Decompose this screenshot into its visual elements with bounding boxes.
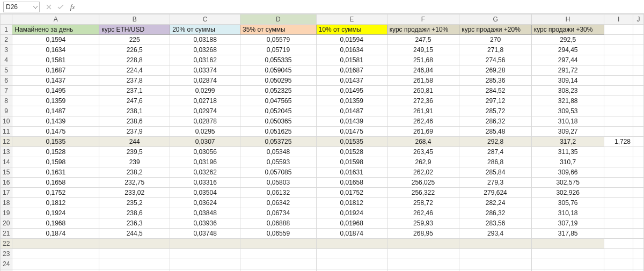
cell[interactable]: 0,01581 [316,55,387,65]
cell[interactable]: 232,75 [99,178,170,188]
cell[interactable]: 0,1439 [12,116,99,127]
cell[interactable]: 0,06559 [240,229,317,239]
row-header[interactable]: 14 [1,157,12,167]
cell[interactable]: 0,01812 [316,198,387,208]
cell[interactable]: 261,91 [387,106,459,116]
table-header-cell[interactable]: Намайнено за день [12,25,99,35]
cell[interactable] [633,65,644,76]
cell[interactable] [604,96,633,106]
table-header-cell[interactable]: курс продажи +10% [387,25,459,35]
cell[interactable]: 283,56 [459,218,532,229]
cell[interactable]: 0,1752 [12,188,99,198]
cell[interactable] [316,259,387,269]
cell[interactable]: 0,03316 [170,178,240,188]
cell[interactable]: 0,01968 [316,218,387,229]
cell[interactable] [604,178,633,188]
cell[interactable] [633,106,644,116]
cell[interactable]: 0,01924 [316,208,387,218]
cell[interactable]: 0,05719 [240,45,317,55]
cell[interactable]: 0,01535 [316,137,387,147]
cell[interactable]: 0,1631 [12,167,99,178]
cell[interactable]: 0,05593 [240,157,317,167]
cell[interactable]: 0,03504 [170,188,240,198]
cell[interactable] [12,269,99,272]
cell[interactable]: 0,01487 [316,106,387,116]
cell[interactable] [633,208,644,218]
cell[interactable]: 0,1359 [12,96,99,106]
row-header[interactable]: 21 [1,229,12,239]
cell[interactable]: 0,1924 [12,208,99,218]
cell[interactable]: 274,56 [459,55,532,65]
cell[interactable]: 310,18 [531,208,604,218]
cell[interactable] [604,25,633,35]
row-header[interactable]: 1 [1,25,12,35]
cell[interactable]: 0,057085 [240,167,317,178]
cell[interactable]: 0,01528 [316,147,387,157]
cell[interactable]: 311,35 [531,147,604,157]
cell[interactable]: 0,03268 [170,45,240,55]
cell[interactable]: 0,05803 [240,178,317,188]
cell[interactable] [633,188,644,198]
cell[interactable] [387,249,459,259]
cell[interactable]: 268,4 [387,137,459,147]
name-box[interactable]: D26 [3,2,40,12]
cell[interactable]: 0,02974 [170,106,240,116]
cell[interactable] [604,76,633,86]
cell[interactable]: 225 [99,35,170,45]
row-header[interactable]: 16 [1,178,12,188]
cell[interactable]: 262,02 [387,167,459,178]
cell[interactable] [633,269,644,272]
cell[interactable]: 0,0295 [170,127,240,137]
cell[interactable] [240,259,317,269]
cell[interactable]: 310,7 [531,157,604,167]
cell[interactable]: 0,0299 [170,86,240,96]
cell[interactable]: 0,1581 [12,55,99,65]
cell[interactable]: 282,24 [459,198,532,208]
cancel-icon[interactable] [45,3,53,11]
cell[interactable] [604,249,633,259]
column-header-G[interactable]: G [459,14,532,25]
cell[interactable] [633,198,644,208]
cell[interactable]: 0,06734 [240,208,317,218]
chevron-down-icon[interactable] [33,3,38,11]
cell[interactable] [604,147,633,157]
cell[interactable]: 302,926 [531,188,604,198]
cell[interactable] [531,239,604,249]
cell[interactable] [604,116,633,127]
column-header-D[interactable]: D [240,14,317,25]
cell[interactable] [633,116,644,127]
cell[interactable] [633,157,644,167]
column-header-H[interactable]: H [531,14,604,25]
cell[interactable]: 0,059045 [240,65,317,76]
table-header-cell[interactable]: курс продажи +20% [459,25,532,35]
cell[interactable]: 0,1874 [12,229,99,239]
column-header-E[interactable]: E [316,14,387,25]
row-header[interactable]: 20 [1,218,12,229]
cell[interactable]: 321,88 [531,96,604,106]
cell[interactable] [12,249,99,259]
cell[interactable]: 0,1687 [12,65,99,76]
cell[interactable]: 0,03848 [170,208,240,218]
cell[interactable]: 247,5 [387,35,459,45]
cell[interactable] [633,96,644,106]
cell[interactable]: 244 [99,137,170,147]
cell[interactable]: 0,03262 [170,167,240,178]
cell[interactable]: 0,06888 [240,218,317,229]
cell[interactable]: 309,53 [531,106,604,116]
cell[interactable] [633,178,644,188]
cell[interactable] [99,259,170,269]
cell[interactable] [387,269,459,272]
cell[interactable]: 0,1495 [12,86,99,96]
cell[interactable] [240,269,317,272]
cell[interactable] [633,127,644,137]
cell[interactable]: 287,4 [459,147,532,157]
cell[interactable]: 261,69 [387,127,459,137]
cell[interactable]: 259,93 [387,218,459,229]
cell[interactable]: 269,28 [459,65,532,76]
cell[interactable]: 0,06132 [240,188,317,198]
cell[interactable]: 291,72 [531,65,604,76]
cell[interactable]: 238,1 [99,106,170,116]
cell[interactable]: 226,5 [99,45,170,55]
cell[interactable] [604,157,633,167]
cell[interactable]: 0,1437 [12,76,99,86]
